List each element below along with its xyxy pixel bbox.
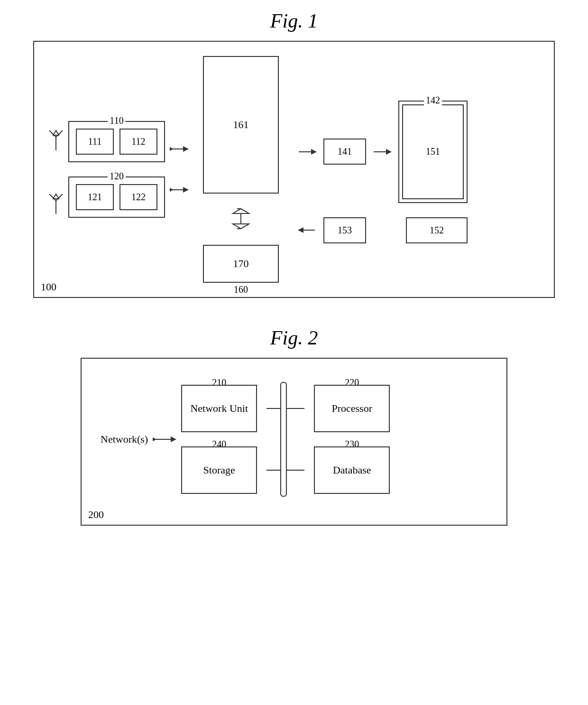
svg-marker-7 [53,194,59,199]
block-152-group: 152 [379,217,468,243]
label-160: 160 [234,284,248,295]
block-210: Network Unit [181,385,257,432]
block-121: 121 [76,184,114,210]
arrow-center-141 [298,148,317,156]
fig1-title: Fig. 1 [270,9,318,32]
block-230-wrapper: 230 Database [314,446,390,494]
block-122: 122 [119,184,157,210]
antenna-bottom [48,193,64,214]
left-radio-units: 110 111 112 120 121 122 [68,121,165,218]
networks-group: Network(s) [101,433,176,445]
block-151: 151 [402,104,464,199]
label-110: 110 [108,115,125,126]
block-161: 161 [203,56,279,194]
radio-unit-120: 120 121 122 [68,176,165,218]
block-141: 141 [323,139,366,165]
bus-svg [266,378,304,501]
right-section: 141 142 151 [298,96,468,243]
label-142: 142 [424,95,442,106]
block-220-wrapper: 220 Processor [314,385,390,432]
antenna-top-icon [48,130,64,150]
label-120: 120 [108,171,126,182]
block-220: Processor [314,385,390,432]
antenna-top [48,130,64,150]
left-center-arrows [170,145,189,194]
block-142-outer: 142 151 [398,101,468,203]
block-153: 153 [323,217,366,243]
block-210-wrapper: 210 Network Unit [181,385,257,432]
svg-marker-11 [233,224,249,229]
fig2-outer-box: 200 Network(s) 210 Net [81,358,507,526]
block-170: 170 [203,245,279,283]
antenna-bottom-icon [48,193,64,214]
fig2-left-column: 210 Network Unit 240 Storage [181,385,257,494]
antennas [48,130,64,214]
right-bottom-row: 153 152 [298,217,468,243]
fig1-outer-box: 100 [33,41,555,298]
svg-marker-10 [233,209,249,213]
arrow-left-center-bottom [170,186,189,194]
block-112: 112 [119,129,157,155]
fig2-title: Fig. 2 [270,326,318,349]
block-111: 111 [76,129,114,155]
networks-label: Network(s) [101,433,148,445]
radio-unit-110: 110 111 112 [68,121,165,162]
arrow-networks-210 [153,436,176,443]
fig1-layout: 110 111 112 120 121 122 [48,56,540,283]
block-152: 152 [406,217,468,243]
block-240-wrapper: 240 Storage [181,446,257,494]
arrow-center-170 [231,207,250,231]
bus-group [266,378,304,501]
arrow-141-151 [373,148,392,156]
arrow-153-center [298,226,317,234]
svg-marker-3 [53,130,59,135]
center-section: 161 160 [203,56,279,283]
block-240: Storage [181,446,257,494]
svg-rect-17 [281,382,286,496]
block-230: Database [314,446,390,494]
fig2-right-column: 220 Processor 230 Database [314,385,390,494]
arrow-left-center-top [170,145,189,153]
fig2-inner: Network(s) 210 Network Unit [101,378,487,501]
fig2-label-200: 200 [88,509,104,521]
right-top-row: 141 142 151 [298,101,468,203]
